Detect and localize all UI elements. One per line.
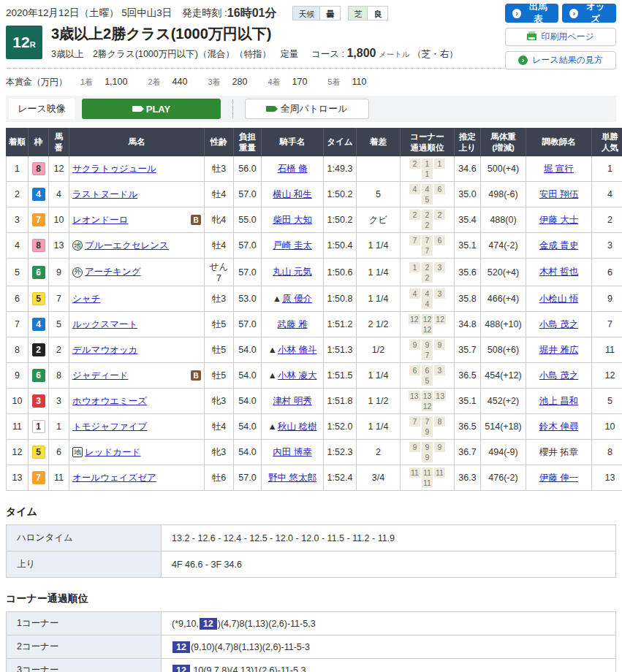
horse-name-link[interactable]: オールウェイズゼア	[72, 472, 156, 484]
horse-name-link[interactable]: アーチキング	[85, 266, 140, 278]
table-row: 968ジャディードB牡554.0▲小林 凌大1:51.51 1/4663536.…	[7, 363, 622, 389]
cell-horse-name: ホウオウエミーズ	[69, 389, 205, 414]
cell-horse-name: ジャディードB	[69, 363, 205, 389]
horse-name-link[interactable]: ブルーエクセレンス	[85, 240, 169, 252]
results-column-header: 馬名	[69, 129, 205, 156]
cell-last3f: 36.5	[455, 363, 481, 389]
print-page-button[interactable]: 印刷用ページ	[505, 28, 616, 46]
jockey-link[interactable]: 武藤 雅	[278, 319, 308, 329]
vertical-divider	[232, 99, 233, 118]
prize-amount: 440	[172, 77, 188, 87]
cell-waku: 1	[29, 414, 49, 440]
horse-name-wrap: 地ブルーエクセレンス	[72, 240, 201, 252]
patrol-button-label: 全周パトロール	[280, 102, 347, 115]
race-number: 12	[12, 34, 29, 51]
cell-trainer: 小島 茂之	[526, 312, 592, 337]
horse-name-link[interactable]: トモジャファイブ	[72, 421, 147, 433]
prize-item: 3着280	[208, 77, 247, 88]
trainer-link[interactable]: 小島 茂之	[539, 319, 578, 329]
cell-sex-age: 牡5	[205, 337, 234, 363]
waku-badge: 4	[32, 188, 45, 201]
jockey-link[interactable]: 津村 明秀	[273, 396, 311, 406]
cell-horse-name: オールウェイズゼア	[69, 465, 205, 491]
cell-horse-name: シャチ	[69, 286, 205, 312]
trainer-link[interactable]: 小島 茂之	[539, 370, 578, 381]
horse-name-link[interactable]: ラストヌードル	[72, 188, 137, 201]
trainer-link[interactable]: 堀 宣行	[544, 164, 574, 174]
apprentice-mark: ▲	[268, 345, 277, 355]
shutsuba-button[interactable]: › 出馬表	[505, 4, 558, 23]
jockey-link[interactable]: 内田 博幸	[273, 447, 311, 457]
video-camera-icon	[132, 106, 141, 112]
cell-sex-age: 牝3	[205, 440, 234, 465]
corner-position: 2	[422, 210, 433, 220]
cell-corner-positions: 12121212	[401, 312, 455, 337]
jockey-link[interactable]: 秋山 稔樹	[278, 421, 316, 432]
odds-button-label: オッズ	[582, 1, 609, 26]
weather-value: 曇	[320, 7, 340, 20]
winner-highlight: 12	[200, 618, 217, 630]
horse-name-link[interactable]: ジャディード	[72, 370, 128, 382]
blinker-badge: B	[191, 215, 201, 225]
cell-body-weight: 520(+4)	[481, 259, 526, 286]
prize-item: 5着110	[327, 77, 366, 88]
corner-position: 12	[422, 324, 433, 335]
jockey-link[interactable]: 小林 脩斗	[278, 345, 316, 355]
jockey-link[interactable]: 横山 和生	[273, 189, 311, 199]
cell-jockey: ▲小林 脩斗	[262, 337, 324, 363]
jockey-link[interactable]: 丸山 元気	[273, 267, 311, 277]
play-button[interactable]: PLAY	[82, 99, 221, 119]
cell-trainer: 櫻井 拓章	[526, 440, 592, 465]
cell-last3f: 35.1	[455, 233, 481, 259]
trainer-link[interactable]: 鈴木 伸尋	[539, 421, 578, 432]
corner-position: 13	[422, 391, 433, 401]
corner-position: 6	[434, 184, 445, 194]
cell-sex-age: 牡5	[205, 312, 234, 337]
jockey-link[interactable]: 小林 凌大	[278, 370, 316, 381]
patrol-video-button[interactable]: 全周パトロール	[245, 99, 369, 119]
cell-last3f: 35.8	[455, 286, 481, 312]
course-label: コース :	[311, 49, 344, 59]
cell-last3f: 36.3	[455, 465, 481, 491]
trainer-link[interactable]: 小桧山 悟	[539, 294, 578, 304]
cell-trainer: 伊藤 大士	[526, 207, 592, 233]
corner-position: 4	[409, 289, 420, 299]
horse-name-link[interactable]: ルックスマート	[72, 318, 137, 331]
cell-sex-age: せん7	[205, 259, 234, 286]
jockey-link[interactable]: 石橋 脩	[278, 164, 308, 174]
trainer-link[interactable]: 伊藤 伸一	[539, 473, 578, 483]
horse-name-link[interactable]: シャチ	[72, 293, 100, 305]
horse-name-link[interactable]: レオンドーロ	[72, 214, 128, 226]
cell-time: 1:51.2	[324, 312, 357, 337]
cell-horse-number: 1	[49, 414, 69, 440]
trainer-link[interactable]: 池上 昌和	[539, 396, 578, 406]
horse-origin-mark: 地	[72, 447, 83, 457]
table-row: 1812サクラトゥジュール牡356.0石橋 脩1:49.3211134.6500…	[7, 156, 622, 182]
trainer-link[interactable]: 伊藤 大士	[539, 215, 578, 225]
cell-horse-number: 11	[49, 465, 69, 491]
horse-name-link[interactable]: デルマウオッカ	[72, 344, 138, 356]
cell-corner-positions: 9999	[401, 440, 455, 465]
odds-button[interactable]: › オッズ	[562, 4, 616, 23]
jockey-link[interactable]: 柴田 大知	[273, 215, 311, 225]
trainer-link[interactable]: 木村 哲也	[539, 267, 578, 277]
cell-corner-positions: 4434	[401, 286, 455, 312]
horse-name-link[interactable]: ホウオウエミーズ	[72, 395, 147, 408]
play-button-label: PLAY	[146, 104, 170, 115]
result-guide-button[interactable]: › レース結果の見方	[505, 51, 616, 69]
trainer-link[interactable]: 金成 貴史	[539, 240, 578, 251]
horse-name-link[interactable]: サクラトゥジュール	[72, 163, 156, 175]
trainer-link[interactable]: 安田 翔伍	[539, 189, 578, 199]
horse-name-link[interactable]: レッドカード	[85, 446, 140, 459]
corner-position: 7	[409, 416, 420, 427]
jockey-link[interactable]: 野中 悠太郎	[268, 473, 316, 483]
race-conditions-text: 3歳以上 2勝クラス(1000万円以下)（混合）（特指） 定量	[51, 49, 298, 59]
jockey-link[interactable]: 戸崎 圭太	[273, 240, 311, 251]
horse-name-wrap: ジャディードB	[72, 370, 201, 382]
waku-badge: 5	[32, 446, 45, 459]
jockey-link[interactable]: 原 優介	[282, 294, 312, 304]
trainer-link[interactable]: 堀井 雅広	[539, 345, 578, 355]
cell-last3f: 36.5	[455, 414, 481, 440]
race-video-label: レース映像	[9, 99, 75, 119]
cell-sex-age: 牡4	[205, 414, 234, 440]
